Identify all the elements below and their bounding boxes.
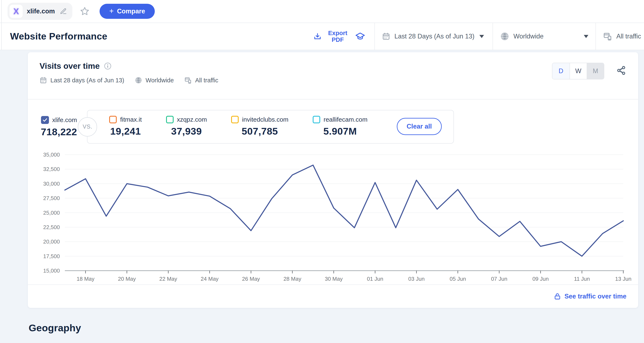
- card-footer: See traffic over time: [28, 285, 638, 308]
- devices-icon: [184, 76, 192, 84]
- clear-all-button[interactable]: Clear all: [397, 118, 442, 135]
- favorite-star-icon[interactable]: [80, 6, 90, 16]
- y-axis-label: 35,000: [43, 152, 60, 158]
- y-axis-label: 30,000: [43, 181, 60, 187]
- competitor-domain: xzqpz.com: [177, 116, 207, 123]
- main-site-checkbox[interactable]: [41, 116, 49, 124]
- compare-button-label: Compare: [117, 7, 145, 15]
- x-axis-label: 24 May: [201, 276, 218, 282]
- granularity-toggle: D W M: [552, 63, 604, 79]
- y-axis-label: 15,000: [43, 268, 60, 274]
- y-axis-label: 17,500: [43, 253, 60, 259]
- y-axis-label: 27,500: [43, 195, 60, 201]
- competitors-box: VS. fitmax.it 19,241 xzqpz.com 37,939: [87, 110, 454, 144]
- granularity-day-button[interactable]: D: [552, 63, 570, 79]
- favicon-letter: X: [14, 7, 19, 16]
- competitor-chip: xzqpz.com 37,939: [166, 116, 207, 137]
- competitor-domain: fitmax.it: [120, 116, 142, 123]
- granularity-week-button[interactable]: W: [570, 63, 587, 79]
- vs-badge: VS.: [78, 117, 97, 136]
- x-axis-label: 18 May: [76, 276, 94, 282]
- geography-section-title: Geography: [29, 322, 638, 334]
- card-date-range: Last 28 days (As of Jun 13): [50, 77, 124, 84]
- top-bar: X xlife.com + Compare: [0, 0, 644, 23]
- plus-icon: +: [109, 7, 114, 15]
- traffic-filter-value: All traffic: [616, 33, 641, 40]
- competitor-checkbox[interactable]: [313, 116, 320, 123]
- see-traffic-link[interactable]: See traffic over time: [554, 293, 626, 300]
- competitor-chip: fitmax.it 19,241: [109, 116, 142, 137]
- competitor-domain: reallifecam.com: [324, 116, 368, 123]
- y-axis-label: 32,500: [43, 166, 60, 172]
- competitor-visits: 5.907M: [323, 125, 357, 137]
- country-filter[interactable]: Worldwide: [492, 23, 596, 50]
- competitor-chip: invitedclubs.com 507,785: [231, 116, 288, 137]
- page-header: Website Performance Export PDF Last 28 D…: [0, 23, 644, 50]
- traffic-filter[interactable]: All traffic: [596, 23, 644, 50]
- competitor-checkbox[interactable]: [166, 116, 174, 123]
- chevron-down-icon: [480, 35, 484, 38]
- x-axis-label: 26 May: [242, 276, 260, 282]
- visits-chart-area: 15,00017,50020,00022,50025,00027,50030,0…: [34, 149, 632, 285]
- card-traffic: All traffic: [195, 77, 218, 84]
- x-axis-label: 22 May: [160, 276, 177, 282]
- compare-button[interactable]: + Compare: [100, 4, 154, 19]
- competitor-chip: reallifecam.com 5.907M: [313, 116, 368, 137]
- page-title: Website Performance: [0, 31, 107, 42]
- learn-graduation-cap-icon[interactable]: [355, 31, 365, 41]
- site-pill[interactable]: X xlife.com: [8, 3, 72, 20]
- calendar-icon: [40, 76, 47, 84]
- competitor-visits: 19,241: [110, 125, 141, 137]
- competitor-visits: 507,785: [242, 125, 278, 137]
- visits-chart[interactable]: 15,00017,50020,00022,50025,00027,50030,0…: [34, 149, 632, 285]
- competitor-domain: invitedclubs.com: [242, 116, 288, 123]
- x-axis-label: 30 May: [325, 276, 342, 282]
- main-site-chip: xlife.com 718,222: [41, 116, 77, 138]
- main-site-domain: xlife.com: [52, 116, 77, 123]
- edit-domain-icon[interactable]: [60, 8, 67, 15]
- series-line-xlife: [65, 165, 623, 256]
- visits-over-time-card: Visits over time Last 28 days (As of Jun…: [28, 52, 638, 308]
- main-site-visits: 718,222: [41, 126, 77, 138]
- x-axis-label: 11 Jun: [574, 276, 590, 282]
- see-traffic-link-label: See traffic over time: [564, 293, 626, 300]
- y-axis-label: 22,500: [43, 224, 60, 230]
- card-geo: Worldwide: [146, 77, 174, 84]
- x-axis-label: 09 Jun: [532, 276, 548, 282]
- export-pdf-label: Export PDF: [326, 30, 350, 43]
- download-icon: [313, 32, 322, 40]
- comparison-row: xlife.com 718,222 VS. fitmax.it 19,241: [28, 99, 638, 149]
- y-axis-label: 20,000: [43, 239, 60, 245]
- calendar-icon: [382, 32, 390, 40]
- globe-icon: [135, 76, 142, 84]
- page-body: Visits over time Last 28 days (As of Jun…: [0, 50, 644, 334]
- globe-icon: [500, 32, 509, 41]
- site-favicon: X: [9, 4, 23, 18]
- granularity-month-button[interactable]: M: [587, 63, 604, 79]
- y-axis-label: 25,000: [43, 210, 60, 216]
- chevron-down-icon: [584, 35, 588, 38]
- country-filter-value: Worldwide: [514, 33, 544, 40]
- x-axis-label: 20 May: [118, 276, 136, 282]
- sidebar-edge-line: [1, 23, 2, 50]
- site-domain-label: xlife.com: [27, 7, 55, 15]
- x-axis-label: 05 Jun: [450, 276, 466, 282]
- share-icon[interactable]: [616, 65, 626, 76]
- x-axis-label: 13 Jun: [615, 276, 632, 282]
- info-icon[interactable]: [104, 62, 112, 70]
- date-range-filter[interactable]: Last 28 Days (As of Jun 13): [374, 23, 492, 50]
- competitor-checkbox[interactable]: [231, 116, 239, 123]
- x-axis-label: 28 May: [284, 276, 301, 282]
- devices-icon: [603, 32, 612, 41]
- sidebar-edge-line: [1, 0, 2, 23]
- export-pdf-button[interactable]: Export PDF: [306, 23, 374, 50]
- card-title: Visits over time: [40, 61, 100, 71]
- date-range-value: Last 28 Days (As of Jun 13): [394, 33, 474, 40]
- x-axis-label: 07 Jun: [491, 276, 508, 282]
- competitor-checkbox[interactable]: [109, 116, 117, 123]
- x-axis-label: 01 Jun: [367, 276, 383, 282]
- x-axis-label: 03 Jun: [408, 276, 424, 282]
- competitor-visits: 37,939: [171, 125, 202, 137]
